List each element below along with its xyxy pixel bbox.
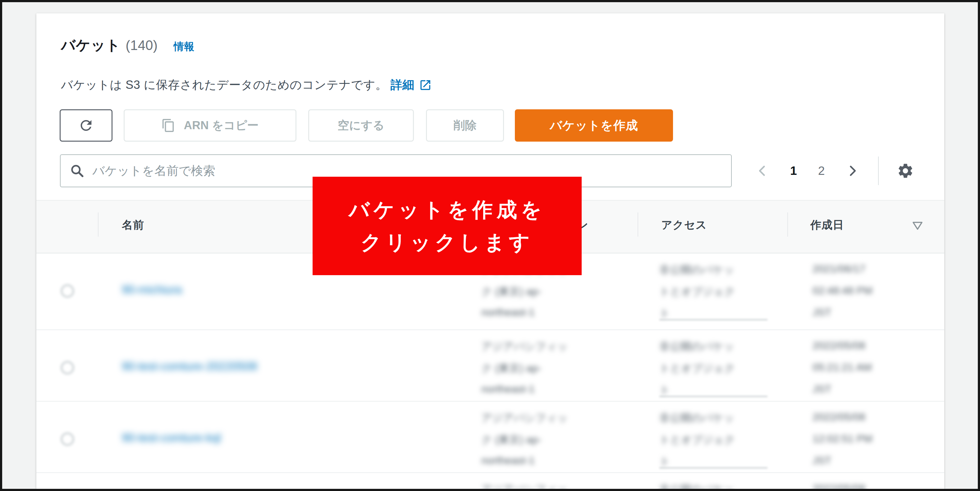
external-link-icon xyxy=(419,79,432,92)
instruction-line-1: バケットを作成を xyxy=(348,194,545,226)
page-2[interactable]: 2 xyxy=(818,164,825,178)
delete-label: 削除 xyxy=(453,118,477,133)
column-header-created[interactable]: 作成日 xyxy=(810,218,844,232)
create-bucket-label: バケットを作成 xyxy=(550,117,638,134)
next-page-icon[interactable] xyxy=(846,164,859,177)
search-icon xyxy=(70,164,84,178)
column-divider xyxy=(98,213,99,237)
panel-description: バケットは S3 に保存されたデータのためのコンテナです。 詳細 xyxy=(61,77,432,93)
prev-page-icon[interactable] xyxy=(756,164,769,177)
search-input[interactable] xyxy=(92,164,722,178)
info-link[interactable]: 情報 xyxy=(174,40,194,54)
copy-arn-label: ARN をコピー xyxy=(184,118,259,133)
bucket-radio[interactable] xyxy=(61,284,74,297)
access-tooltip-underline xyxy=(659,467,767,468)
pager-divider xyxy=(878,157,879,185)
column-divider xyxy=(788,213,788,237)
instruction-line-2: クリックします xyxy=(361,226,534,259)
copy-icon xyxy=(161,118,175,133)
bucket-name-link[interactable]: 90-test-comture-kql xyxy=(122,431,221,445)
table-row[interactable]: 90-test-comture-20220508 アジアパシフィック (東京) … xyxy=(37,330,944,402)
toolbar: ARN をコピー 空にする 削除 バケットを作成 xyxy=(60,109,673,141)
bucket-name-link[interactable]: 90-test-comture-20220508 xyxy=(122,360,257,373)
page-title: バケット xyxy=(61,36,121,55)
column-header-access[interactable]: アクセス xyxy=(661,218,707,232)
learn-more-link[interactable]: 詳細 xyxy=(391,77,415,93)
settings-gear-icon[interactable] xyxy=(897,162,914,180)
column-divider xyxy=(638,213,638,237)
table-row[interactable]: アジアパシフィック (東京) ap-northeast-1 非公開のバケットとオ… xyxy=(37,473,944,489)
access-tooltip-underline xyxy=(659,396,767,397)
empty-bucket-label: 空にする xyxy=(338,118,385,133)
panel-header: バケット (140) 情報 xyxy=(61,36,194,55)
refresh-icon xyxy=(78,118,94,133)
refresh-button[interactable] xyxy=(60,109,113,141)
instruction-overlay: バケットを作成を クリックします xyxy=(313,177,582,275)
empty-bucket-button[interactable]: 空にする xyxy=(308,109,414,141)
create-bucket-button[interactable]: バケットを作成 xyxy=(515,109,673,141)
access-tooltip-underline xyxy=(659,319,767,320)
pagination: 1 2 xyxy=(756,157,914,185)
column-header-name[interactable]: 名前 xyxy=(122,218,144,232)
page-1[interactable]: 1 xyxy=(790,164,797,178)
copy-arn-button[interactable]: ARN をコピー xyxy=(124,109,296,141)
bucket-radio[interactable] xyxy=(61,432,74,446)
table-row[interactable]: 90-test-comture-kql アジアパシフィック (東京) ap-no… xyxy=(37,402,944,473)
bucket-radio[interactable] xyxy=(61,361,74,374)
bucket-name-link[interactable]: 90-michiura xyxy=(122,283,182,296)
delete-button[interactable]: 削除 xyxy=(426,109,504,141)
bucket-count: (140) xyxy=(126,38,158,53)
description-text: バケットは S3 に保存されたデータのためのコンテナです。 xyxy=(61,77,387,93)
sort-descending-icon[interactable] xyxy=(912,220,924,232)
